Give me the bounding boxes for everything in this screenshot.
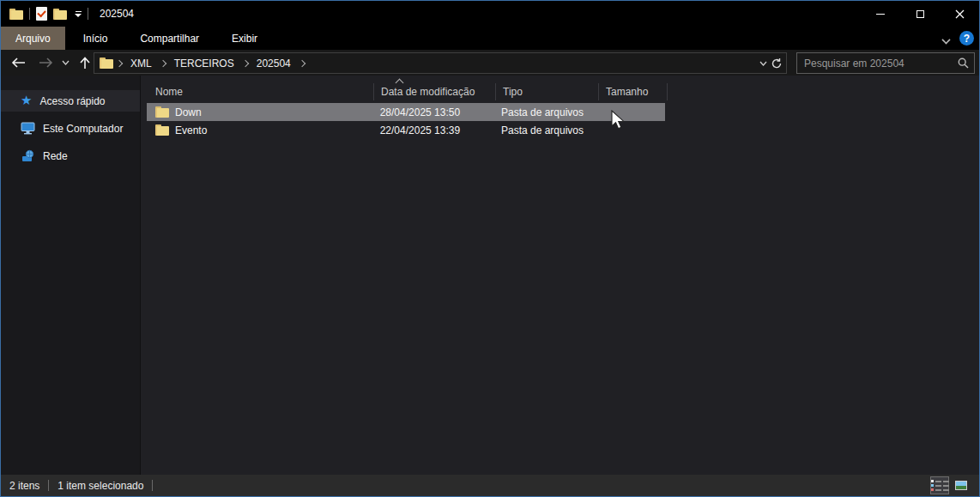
selection-count: 1 item selecionado <box>57 480 143 492</box>
tab-exibir[interactable]: Exibir <box>217 27 272 50</box>
breadcrumb-xml[interactable]: XML <box>125 58 157 70</box>
status-divider <box>48 480 49 491</box>
file-modified: 28/04/2025 13:50 <box>380 106 460 118</box>
forward-arrow-icon <box>39 58 53 68</box>
titlebar: 202504 <box>1 1 979 27</box>
search-icon[interactable] <box>952 58 974 69</box>
details-view-icon <box>931 480 949 491</box>
expand-ribbon-chevron-icon[interactable] <box>942 34 951 43</box>
details-view-button[interactable] <box>930 476 949 494</box>
address-bar[interactable]: XML TERCEIROS 202504 <box>94 52 787 74</box>
breadcrumb-202504[interactable]: 202504 <box>251 58 296 70</box>
ribbon-right-controls: ? <box>942 27 974 50</box>
app-folder-icon <box>9 9 23 20</box>
new-folder-icon[interactable] <box>53 9 67 20</box>
column-header-data[interactable]: Data de modificação <box>374 83 496 100</box>
close-icon <box>955 9 965 19</box>
column-header-tamanho[interactable]: Tamanho <box>599 83 668 100</box>
tab-inicio[interactable]: Início <box>69 27 123 50</box>
file-name: Evento <box>175 124 207 136</box>
recent-locations-button[interactable] <box>57 50 73 76</box>
addressbar-right-controls <box>759 58 786 70</box>
file-name: Down <box>175 106 202 118</box>
sidebar-item-label: Acesso rápido <box>39 95 105 107</box>
network-icon <box>21 149 35 162</box>
chevron-down-icon <box>62 60 70 65</box>
thumbnail-view-icon <box>955 481 967 490</box>
tab-arquivo[interactable]: Arquivo <box>1 27 65 50</box>
tab-compartilhar[interactable]: Compartilhar <box>125 27 214 50</box>
item-count: 2 itens <box>9 480 39 492</box>
file-row-down[interactable]: Down 28/04/2025 13:50 Pasta de arquivos <box>147 103 665 121</box>
file-row-evento[interactable]: Evento 22/04/2025 13:39 Pasta de arquivo… <box>147 121 665 139</box>
quick-access-toolbar: 202504 <box>1 7 134 21</box>
computer-icon <box>21 122 35 135</box>
file-type: Pasta de arquivos <box>501 124 584 136</box>
search-box <box>796 52 975 74</box>
breadcrumb-chevron-icon[interactable] <box>113 61 125 66</box>
column-headers: Nome Data de modificação Tipo Tamanho <box>141 78 979 103</box>
column-header-tipo[interactable]: Tipo <box>496 83 599 100</box>
main-area: ★ Acesso rápido Este Computador Rede <box>1 76 979 475</box>
minimize-button[interactable] <box>861 1 900 27</box>
status-divider <box>152 480 153 491</box>
forward-button[interactable] <box>33 50 57 76</box>
view-toggles <box>930 476 971 494</box>
thumbnail-view-button[interactable] <box>952 476 971 494</box>
help-icon: ? <box>964 33 970 45</box>
file-list-pane: Nome Data de modificação Tipo Tamanho Do… <box>140 76 979 475</box>
maximize-icon <box>916 10 924 18</box>
sidebar-item-label: Este Computador <box>43 123 123 135</box>
file-type: Pasta de arquivos <box>501 106 584 118</box>
titlebar-separator <box>88 8 88 20</box>
breadcrumb-chevron-icon[interactable] <box>296 61 308 66</box>
window-title: 202504 <box>100 8 134 20</box>
breadcrumb-chevron-icon[interactable] <box>239 61 251 66</box>
status-bar: 2 itens 1 item selecionado <box>1 475 979 496</box>
back-arrow-icon <box>11 58 26 68</box>
ribbon-tab-bar: Arquivo Início Compartilhar Exibir ? <box>1 27 979 50</box>
help-button[interactable]: ? <box>959 31 974 45</box>
breadcrumb-chevron-icon[interactable] <box>157 61 169 66</box>
maximize-button[interactable] <box>900 1 940 27</box>
folder-icon <box>155 106 169 118</box>
sidebar-item-este-computador[interactable]: Este Computador <box>1 118 140 139</box>
window-controls <box>861 1 979 27</box>
quick-access-star-icon: ★ <box>21 94 32 106</box>
titlebar-separator <box>29 8 30 20</box>
sidebar-item-rede[interactable]: Rede <box>1 145 140 167</box>
minimize-icon <box>876 14 885 15</box>
back-button[interactable] <box>6 50 30 76</box>
sidebar-item-acesso-rapido[interactable]: ★ Acesso rápido <box>1 90 140 112</box>
navigation-pane: ★ Acesso rápido Este Computador Rede <box>1 76 140 475</box>
file-modified: 22/04/2025 13:39 <box>380 124 460 136</box>
qat-dropdown-icon[interactable] <box>75 11 82 17</box>
folder-icon <box>155 124 169 136</box>
breadcrumb-terceiros[interactable]: TERCEIROS <box>169 58 239 70</box>
file-list: Down 28/04/2025 13:50 Pasta de arquivos … <box>141 103 979 139</box>
properties-check-icon[interactable] <box>36 7 47 21</box>
explorer-window: 202504 Arquivo Início Compartilhar Exibi… <box>0 0 980 497</box>
navigation-toolbar: XML TERCEIROS 202504 <box>1 50 979 76</box>
close-button[interactable] <box>940 1 979 27</box>
search-input[interactable] <box>797 58 952 70</box>
address-history-chevron-icon[interactable] <box>759 61 767 66</box>
sort-ascending-icon <box>396 79 404 84</box>
refresh-icon[interactable] <box>771 58 783 70</box>
sidebar-item-label: Rede <box>43 150 68 162</box>
up-arrow-icon <box>80 57 90 70</box>
column-header-nome[interactable]: Nome <box>147 83 374 100</box>
address-folder-icon <box>100 58 113 69</box>
